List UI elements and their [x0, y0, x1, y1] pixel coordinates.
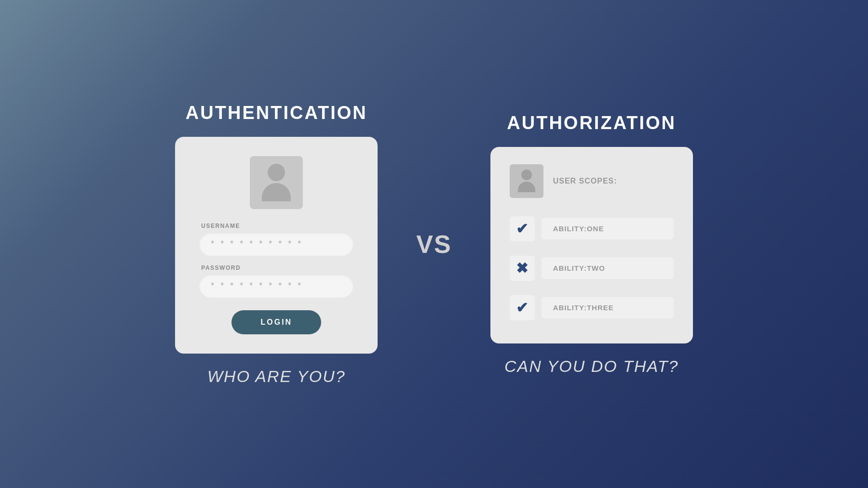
authentication-card: USERNAME PASSWORD LOGIN [175, 137, 378, 354]
login-button[interactable]: LOGIN [231, 310, 321, 334]
main-container: AUTHENTICATION USERNAME PASSWORD LOGIN W… [0, 83, 868, 405]
password-field-group: PASSWORD [199, 264, 353, 298]
small-avatar [510, 164, 543, 198]
password-input[interactable] [199, 274, 353, 298]
xmark-icon: ✖ [516, 260, 528, 277]
authentication-title: AUTHENTICATION [186, 103, 367, 123]
ability-three-label: ABILITY:THREE [542, 297, 674, 318]
ability-two-label: ABILITY:TWO [542, 257, 674, 279]
ability-one-checkbox: ✔ [510, 216, 535, 241]
user-avatar [250, 156, 303, 209]
avatar-icon [262, 164, 291, 201]
password-label: PASSWORD [199, 264, 353, 271]
ability-one-label: ABILITY:ONE [542, 218, 674, 239]
vs-divider: VS [416, 230, 451, 259]
user-header: USER SCOPES: [510, 164, 674, 198]
authorization-card: USER SCOPES: ✔ ABILITY:ONE ✖ ABILITY:TWO… [490, 147, 693, 343]
avatar-body [262, 183, 291, 201]
authentication-section: AUTHENTICATION USERNAME PASSWORD LOGIN W… [175, 103, 378, 386]
authorization-subtitle: CAN YOU DO THAT? [504, 357, 678, 376]
ability-two-checkbox: ✖ [510, 256, 535, 281]
authorization-section: AUTHORIZATION USER SCOPES: ✔ ABILITY:ONE [490, 113, 693, 376]
ability-two-row: ✖ ABILITY:TWO [510, 256, 674, 281]
authentication-subtitle: WHO ARE YOU? [207, 367, 346, 386]
user-scopes-label: USER SCOPES: [553, 177, 617, 185]
checkmark-icon-2: ✔ [516, 299, 528, 316]
small-avatar-head [521, 170, 532, 180]
checkmark-icon: ✔ [516, 220, 528, 237]
username-label: USERNAME [199, 223, 353, 229]
avatar-head [268, 164, 285, 181]
authorization-title: AUTHORIZATION [507, 113, 676, 133]
username-input[interactable] [199, 232, 353, 256]
username-field-group: USERNAME [199, 223, 353, 256]
ability-three-checkbox: ✔ [510, 295, 535, 320]
small-avatar-body [518, 182, 535, 192]
ability-one-row: ✔ ABILITY:ONE [510, 216, 674, 241]
ability-three-row: ✔ ABILITY:THREE [510, 295, 674, 320]
